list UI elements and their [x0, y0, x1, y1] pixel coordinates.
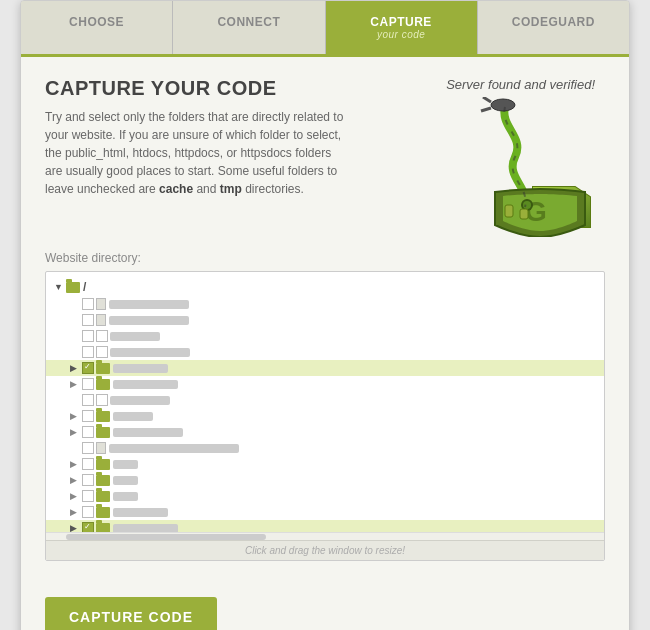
- expand-arrow[interactable]: ▶: [70, 411, 82, 421]
- tree-row[interactable]: ▶ public_ftp: [46, 504, 604, 520]
- checkbox[interactable]: [82, 410, 94, 422]
- tree-row[interactable]: ▶ logs: [46, 472, 604, 488]
- svg-point-5: [523, 201, 531, 209]
- checkbox[interactable]: [82, 426, 94, 438]
- row-name: bash_profile: [109, 316, 189, 325]
- row-name: /: [83, 280, 86, 294]
- tab-choose-label: CHOOSE: [69, 15, 124, 29]
- checkbox[interactable]: [82, 474, 94, 486]
- tab-capture[interactable]: CAPTURE your code: [326, 1, 478, 54]
- tree-row[interactable]: ▶ trash: [46, 408, 604, 424]
- svg-line-1: [483, 97, 491, 102]
- horizontal-scrollbar[interactable]: [46, 532, 604, 540]
- row-name: logs: [113, 476, 138, 485]
- folder-icon: [96, 523, 110, 533]
- tree-row[interactable]: ▶ public_html: [46, 520, 604, 532]
- tree-row[interactable]: bash_logout: [46, 296, 604, 312]
- tab-connect[interactable]: CONNECT: [173, 1, 325, 54]
- folder-icon: [66, 282, 80, 293]
- expand-arrow[interactable]: ▼: [54, 282, 66, 292]
- tab-choose[interactable]: CHOOSE: [21, 1, 173, 54]
- dir-label: Website directory:: [45, 251, 605, 265]
- tree-row[interactable]: bashrc: [46, 328, 604, 344]
- row-name: public_ftp: [113, 508, 168, 517]
- desc-text-2: and: [193, 182, 220, 196]
- checkbox[interactable]: [82, 490, 94, 502]
- main-window: CHOOSE CONNECT CAPTURE your code CODEGUA…: [20, 0, 630, 630]
- expand-arrow: [70, 347, 82, 357]
- expand-arrow[interactable]: ▶: [70, 379, 82, 389]
- robot-svg: G: [445, 97, 605, 237]
- tree-row[interactable]: ▶ mail: [46, 488, 604, 504]
- header-text: CAPTURE YOUR CODE Try and select only th…: [45, 77, 385, 198]
- row-name: access-logs: [113, 428, 183, 437]
- server-verified-msg: Server found and verified!: [446, 77, 595, 92]
- expand-arrow[interactable]: ▶: [70, 459, 82, 469]
- checkbox[interactable]: [82, 458, 94, 470]
- resize-label: Click and drag the window to resize!: [245, 545, 405, 556]
- tree-row[interactable]: softaculous-website.conf: [46, 440, 604, 456]
- expand-arrow[interactable]: ▶: [70, 363, 82, 373]
- folder-icon: [96, 411, 110, 422]
- checkbox[interactable]: [82, 394, 94, 406]
- expand-arrow[interactable]: ▶: [70, 523, 82, 532]
- folder-icon: [96, 491, 110, 502]
- expand-arrow[interactable]: ▶: [70, 427, 82, 437]
- dir-tree[interactable]: ▼ / bash_logout: [46, 272, 604, 532]
- tree-row[interactable]: bash_profile: [46, 312, 604, 328]
- svg-point-0: [491, 99, 515, 111]
- checkbox[interactable]: [82, 506, 94, 518]
- checkbox[interactable]: [82, 362, 94, 374]
- checkbox[interactable]: [82, 522, 94, 532]
- tree-row[interactable]: ▶ bin: [46, 456, 604, 472]
- row-name: bin: [113, 460, 138, 469]
- tree-row[interactable]: lastlogin: [46, 392, 604, 408]
- expand-arrow[interactable]: ▶: [70, 507, 82, 517]
- checkbox[interactable]: [82, 330, 94, 342]
- resize-bar[interactable]: Click and drag the window to resize!: [46, 540, 604, 560]
- expand-arrow: [70, 331, 82, 341]
- checkbox-2[interactable]: [96, 346, 108, 358]
- expand-arrow[interactable]: ▶: [70, 475, 82, 485]
- expand-arrow[interactable]: ▶: [70, 491, 82, 501]
- tab-connect-label: CONNECT: [217, 15, 280, 29]
- capture-code-button[interactable]: CAPTURE CODE: [45, 597, 217, 630]
- svg-rect-7: [520, 209, 528, 219]
- row-name: lastlogin: [110, 396, 170, 405]
- tree-row[interactable]: ▶ access-logs: [46, 424, 604, 440]
- checkbox-2[interactable]: [96, 330, 108, 342]
- button-area: CAPTURE CODE: [21, 581, 629, 630]
- desc-bold-1: cache: [159, 182, 193, 196]
- checkbox-2[interactable]: [96, 394, 108, 406]
- checkbox[interactable]: [82, 378, 94, 390]
- expand-arrow: [70, 395, 82, 405]
- tab-capture-label: CAPTURE: [370, 15, 432, 29]
- tab-codeguard-label: CODEGUARD: [512, 15, 595, 29]
- svg-line-2: [481, 108, 491, 111]
- tab-bar: CHOOSE CONNECT CAPTURE your code CODEGUA…: [21, 1, 629, 57]
- tree-row[interactable]: ▶ htpasswds: [46, 376, 604, 392]
- page-description: Try and select only the folders that are…: [45, 108, 345, 198]
- folder-icon: [96, 459, 110, 470]
- row-name: trash: [113, 412, 153, 421]
- checkbox[interactable]: [82, 298, 94, 310]
- expand-arrow: [70, 315, 82, 325]
- page-title: CAPTURE YOUR CODE: [45, 77, 385, 100]
- tree-row[interactable]: ▶ cpanel: [46, 360, 604, 376]
- folder-icon: [96, 475, 110, 486]
- file-icon: [96, 314, 106, 326]
- tab-codeguard[interactable]: CODEGUARD: [478, 1, 629, 54]
- row-name: public_html: [113, 524, 178, 533]
- expand-arrow: [70, 443, 82, 453]
- checkbox[interactable]: [82, 314, 94, 326]
- row-name: htpasswds: [113, 380, 178, 389]
- file-icon: [96, 298, 106, 310]
- folder-icon: [96, 427, 110, 438]
- file-icon: [96, 442, 106, 454]
- robot-illustration: Server found and verified!: [385, 77, 605, 237]
- tree-row[interactable]: contactemail: [46, 344, 604, 360]
- checkbox[interactable]: [82, 346, 94, 358]
- checkbox[interactable]: [82, 442, 94, 454]
- tree-row[interactable]: ▼ /: [46, 278, 604, 296]
- scrollbar-thumb[interactable]: [66, 534, 266, 540]
